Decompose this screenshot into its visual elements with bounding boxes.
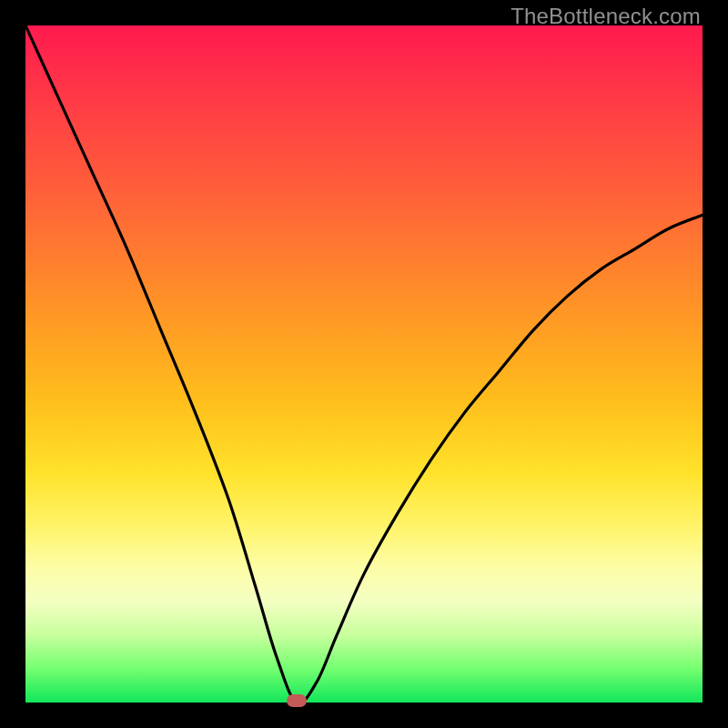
chart-frame: TheBottleneck.com xyxy=(0,0,728,728)
plot-area xyxy=(25,25,703,703)
optimal-point-marker xyxy=(287,694,307,707)
bottleneck-curve xyxy=(25,25,703,703)
